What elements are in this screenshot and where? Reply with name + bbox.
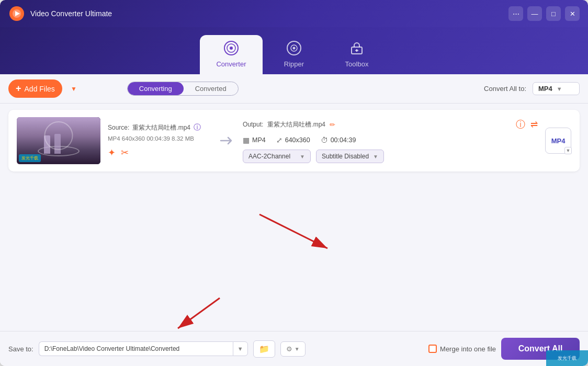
- toolbar: + Add Files ▼ Converting Converted Conve…: [0, 74, 588, 104]
- watermark: 发光千载: [546, 350, 588, 366]
- subtitle-value: Subtitle Disabled: [322, 153, 369, 160]
- output-label: Output:: [243, 121, 263, 128]
- restore-btn[interactable]: □: [546, 6, 561, 21]
- file-item: 发光千载 Source: 重紫大结局吐槽.mp4 ⓘ MP4 640x360 0…: [8, 110, 580, 171]
- file-actions: ✦ ✂: [108, 147, 212, 158]
- format-badge-label: MP4: [551, 137, 566, 145]
- toolbox-label: Toolbox: [345, 60, 369, 68]
- format-spec: ▦ MP4: [243, 136, 266, 144]
- subtitle-dropdown[interactable]: Subtitle Disabled ▼: [316, 150, 384, 163]
- gear-icon: ⚙: [286, 345, 292, 353]
- output-actions: ⓘ ⇌: [516, 118, 538, 131]
- output-header: Output: 重紫大结局吐槽.mp4 ✏ ⓘ ⇌: [243, 118, 538, 131]
- file-source: Source: 重紫大结局吐槽.mp4 ⓘ: [108, 123, 212, 132]
- tab-toolbox[interactable]: Toolbox: [325, 35, 388, 74]
- settings-icon[interactable]: ⇌: [530, 119, 538, 130]
- title-bar: Video Converter Ultimate ⋯ — □ ✕: [0, 0, 588, 27]
- clock-icon: ⏱: [321, 136, 328, 144]
- resolution-spec-icon: ⤢: [276, 136, 282, 144]
- convert-all-to-label: Convert All to:: [484, 85, 526, 93]
- output-filename: 重紫大结局吐槽.mp4: [267, 120, 325, 129]
- app-title: Video Converter Ultimate: [30, 9, 508, 18]
- output-settings-btn[interactable]: ⚙ ▼: [280, 341, 306, 357]
- convert-arrow-icon: [220, 134, 235, 147]
- save-path-group: ▼: [39, 341, 248, 356]
- format-value: MP4: [538, 85, 552, 93]
- audio-value: AAC-2Channel: [248, 153, 290, 160]
- audio-dropdown[interactable]: AAC-2Channel ▼: [243, 150, 311, 163]
- output-duration: 00:04:39: [331, 136, 356, 144]
- path-dropdown-btn[interactable]: ▼: [233, 341, 248, 356]
- output-resolution: 640x360: [285, 136, 310, 144]
- file-info: Source: 重紫大结局吐槽.mp4 ⓘ MP4 640x360 00:04:…: [108, 123, 212, 158]
- save-to-label: Save to:: [8, 345, 33, 353]
- add-files-button[interactable]: + Add Files: [8, 79, 62, 98]
- plus-icon: +: [16, 83, 21, 94]
- merge-text: Merge into one file: [440, 345, 496, 353]
- bottom-bar: Save to: ▼ 📁 ⚙ ▼ Merge: [0, 331, 588, 366]
- format-spec-icon: ▦: [243, 136, 250, 144]
- source-label: Source:: [108, 124, 129, 131]
- converter-label: Converter: [216, 60, 246, 68]
- resolution-spec: ⤢ 640x360: [276, 136, 310, 144]
- thumbnail-watermark: 发光千载: [19, 154, 41, 162]
- merge-label[interactable]: Merge into one file: [428, 345, 496, 353]
- cut-icon[interactable]: ✂: [121, 147, 129, 158]
- info-icon[interactable]: ⓘ: [194, 123, 201, 132]
- tab-converter[interactable]: Converter: [200, 35, 263, 74]
- add-files-label: Add Files: [25, 85, 55, 93]
- ripper-icon: [286, 40, 302, 58]
- ripper-label: Ripper: [284, 60, 304, 68]
- content-area: + Add Files ▼ Converting Converted Conve…: [0, 74, 588, 366]
- output-format: MP4: [252, 136, 266, 144]
- svg-point-8: [293, 47, 296, 50]
- arrow-col: [220, 134, 235, 147]
- edit-filename-icon[interactable]: ✏: [330, 121, 335, 129]
- tab-converted[interactable]: Converted: [184, 82, 238, 95]
- app-logo: [8, 5, 25, 22]
- duration-spec: ⏱ 00:04:39: [321, 136, 356, 144]
- audio-dropdown-arrow: ▼: [300, 154, 305, 159]
- nav-area: Converter Ripper Toolbox: [0, 27, 588, 74]
- add-files-dropdown-btn[interactable]: ▼: [69, 85, 79, 93]
- format-select[interactable]: MP4 ▼: [533, 82, 580, 95]
- save-path-input[interactable]: [39, 341, 233, 356]
- format-badge-dropdown[interactable]: ▼: [564, 147, 572, 154]
- format-badge[interactable]: MP4 ▼: [545, 128, 571, 154]
- merge-checkbox[interactable]: [428, 345, 437, 353]
- enhance-icon[interactable]: ✦: [108, 147, 116, 158]
- tab-converting[interactable]: Converting: [128, 82, 184, 95]
- window-controls: ⋯ — □ ✕: [508, 6, 580, 21]
- file-thumbnail: 发光千载: [17, 117, 100, 164]
- tab-ripper[interactable]: Ripper: [263, 35, 325, 74]
- close-btn[interactable]: ✕: [565, 6, 580, 21]
- converter-icon: [223, 40, 239, 58]
- file-list: 发光千载 Source: 重紫大结局吐槽.mp4 ⓘ MP4 640x360 0…: [0, 104, 588, 331]
- minimize-btn[interactable]: —: [527, 6, 542, 21]
- toolbox-icon: [349, 40, 365, 58]
- menu-btn[interactable]: ⋯: [508, 6, 523, 21]
- source-filename: 重紫大结局吐槽.mp4: [132, 123, 190, 132]
- output-dropdowns: AAC-2Channel ▼ Subtitle Disabled ▼: [243, 150, 538, 163]
- app-window: Video Converter Ultimate ⋯ — □ ✕ Convert…: [0, 0, 588, 366]
- output-specs: ▦ MP4 ⤢ 640x360 ⏱ 00:04:39: [243, 136, 538, 144]
- file-meta: MP4 640x360 00:04:39 8.32 MB: [108, 135, 212, 142]
- status-tabs: Converting Converted: [127, 82, 239, 96]
- format-arrow-icon: ▼: [557, 86, 562, 92]
- output-info: Output: 重紫大结局吐槽.mp4 ✏ ⓘ ⇌ ▦ MP4: [243, 118, 538, 163]
- open-folder-btn[interactable]: 📁: [253, 340, 275, 358]
- info-btn[interactable]: ⓘ: [516, 118, 525, 131]
- settings-arrow: ▼: [295, 346, 300, 352]
- subtitle-dropdown-arrow: ▼: [373, 154, 378, 159]
- svg-point-5: [230, 47, 233, 50]
